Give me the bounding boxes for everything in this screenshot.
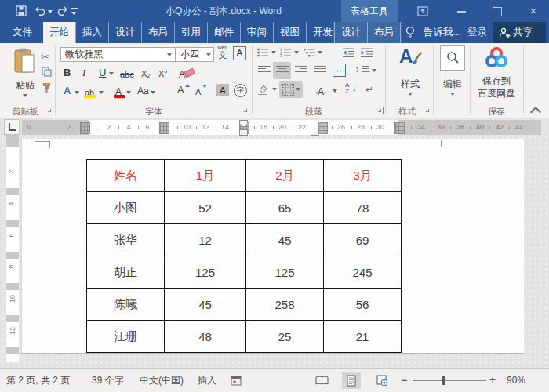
line-spacing-icon[interactable]: ↕ bbox=[354, 64, 359, 74]
table-header-cell[interactable]: 3月 bbox=[324, 160, 402, 192]
hanging-indent-marker[interactable] bbox=[239, 129, 248, 136]
table-cell[interactable]: 陈曦 bbox=[87, 289, 165, 321]
shrink-font-button[interactable]: A bbox=[195, 86, 201, 97]
editing-button[interactable]: 编辑 bbox=[438, 45, 467, 97]
tab-file[interactable]: 文件 bbox=[6, 22, 38, 43]
sign-in-button[interactable]: 登录 bbox=[461, 22, 493, 43]
multilevel-arrow-icon[interactable] bbox=[318, 51, 322, 54]
tab-设计[interactable]: 设计 bbox=[109, 22, 142, 43]
font-color-arrow-icon[interactable] bbox=[126, 91, 131, 94]
tab-开始[interactable]: 开始 bbox=[43, 22, 75, 43]
print-layout-view-button[interactable] bbox=[342, 372, 361, 389]
table-header-cell[interactable]: 姓名 bbox=[87, 160, 165, 192]
character-scaling-arrow-icon[interactable] bbox=[333, 89, 337, 93]
collapse-ribbon-icon[interactable] bbox=[530, 107, 541, 118]
vertical-ruler[interactable]: 24681012 bbox=[6, 135, 19, 362]
zoom-in-button[interactable]: + bbox=[489, 368, 496, 391]
clear-formatting-button[interactable]: A bbox=[179, 67, 185, 81]
minimize-button[interactable] bbox=[457, 11, 466, 13]
tab-插入[interactable]: 插入 bbox=[75, 22, 109, 43]
styles-button[interactable]: A 样式 bbox=[391, 45, 430, 97]
page-indicator[interactable]: 第 2 页, 共 2 页 bbox=[6, 369, 70, 392]
underline-arrow-icon[interactable] bbox=[109, 72, 114, 75]
table-column-marker[interactable] bbox=[80, 122, 90, 134]
change-case-button[interactable]: Aa bbox=[137, 85, 149, 96]
table-cell[interactable]: 56 bbox=[324, 289, 402, 321]
font-size-combobox[interactable]: 小四 bbox=[176, 47, 214, 62]
italic-button[interactable]: I bbox=[82, 67, 85, 78]
table-row-marker[interactable] bbox=[6, 283, 19, 290]
language-indicator[interactable]: 中文(中国) bbox=[140, 369, 184, 392]
distribute-button[interactable]: ↔ bbox=[333, 64, 346, 77]
table-cell[interactable]: 胡正 bbox=[87, 256, 165, 289]
table-row-marker[interactable] bbox=[6, 315, 19, 322]
undo-dropdown-arrow-icon[interactable] bbox=[48, 10, 53, 13]
copy-icon[interactable] bbox=[42, 67, 52, 77]
superscript-button[interactable]: X² bbox=[158, 68, 167, 79]
customize-qat-icon[interactable] bbox=[71, 8, 78, 9]
character-scaling-button[interactable]: ‹A› bbox=[315, 84, 326, 98]
contextual-tab-布局[interactable]: 布局 bbox=[368, 22, 401, 43]
font-name-combobox[interactable]: 微软雅黑 bbox=[60, 47, 176, 62]
bullets-arrow-icon[interactable] bbox=[271, 51, 276, 54]
table-header-cell[interactable]: 2月 bbox=[246, 160, 324, 192]
table-cell[interactable]: 江珊 bbox=[87, 321, 165, 353]
zoom-level[interactable]: 90% bbox=[507, 369, 525, 392]
table-cell[interactable]: 小图 bbox=[87, 192, 165, 224]
table-cell[interactable]: 125 bbox=[165, 256, 246, 289]
read-mode-view-icon[interactable] bbox=[315, 376, 329, 386]
zoom-slider-handle[interactable] bbox=[442, 376, 445, 385]
table-cell[interactable]: 78 bbox=[324, 192, 402, 224]
table-cell[interactable]: 69 bbox=[324, 224, 402, 256]
tab-引用[interactable]: 引用 bbox=[175, 22, 208, 43]
table-cell[interactable]: 48 bbox=[165, 321, 246, 353]
font-color-button[interactable]: A bbox=[115, 84, 122, 98]
table-column-marker[interactable] bbox=[394, 122, 405, 134]
zoom-out-button[interactable]: − bbox=[401, 368, 408, 391]
table-row-marker[interactable] bbox=[6, 347, 19, 354]
tab-视图[interactable]: 视图 bbox=[274, 22, 307, 43]
numbering-arrow-icon[interactable] bbox=[294, 51, 299, 54]
save-icon[interactable] bbox=[16, 5, 27, 16]
table-row-marker[interactable] bbox=[6, 252, 19, 259]
insert-mode-indicator[interactable]: 插入 bbox=[198, 369, 216, 392]
cut-icon[interactable]: ✂ bbox=[41, 51, 49, 63]
paste-button[interactable]: 粘贴 bbox=[9, 47, 41, 108]
close-button[interactable]: × bbox=[525, 0, 541, 22]
align-center-button[interactable] bbox=[273, 62, 291, 79]
table-column-marker[interactable] bbox=[159, 122, 169, 134]
borders-button[interactable] bbox=[279, 81, 303, 98]
zoom-slider-track[interactable] bbox=[413, 380, 486, 381]
table-cell[interactable]: 65 bbox=[246, 192, 324, 224]
tab-邮件[interactable]: 邮件 bbox=[208, 22, 241, 43]
text-effects-arrow-icon[interactable] bbox=[75, 91, 79, 94]
character-shading-button[interactable]: A bbox=[216, 84, 229, 96]
font-dialog-launcher[interactable] bbox=[242, 107, 249, 114]
table-header-cell[interactable]: 1月 bbox=[165, 160, 246, 192]
table-column-marker[interactable] bbox=[318, 122, 328, 134]
phonetic-guide-button[interactable]: wén 文 bbox=[215, 45, 231, 60]
table-row-marker[interactable] bbox=[6, 220, 19, 227]
bold-button[interactable]: B bbox=[64, 67, 71, 78]
tell-me-box[interactable]: 告诉我... bbox=[417, 22, 467, 43]
table-cell[interactable]: 45 bbox=[165, 289, 246, 321]
highlight-arrow-icon[interactable] bbox=[99, 91, 104, 94]
table-cell[interactable]: 25 bbox=[246, 321, 324, 353]
tab-stop-selector[interactable] bbox=[4, 119, 20, 135]
increase-indent-icon[interactable] bbox=[360, 48, 373, 57]
line-spacing-arrow-icon[interactable] bbox=[372, 69, 376, 72]
macro-record-icon[interactable] bbox=[231, 376, 242, 386]
clipboard-dialog-launcher[interactable] bbox=[46, 107, 53, 114]
enclose-characters-button[interactable]: 字 bbox=[234, 84, 247, 97]
horizontal-ruler[interactable]: 62246101214182022262830343638404244 bbox=[22, 120, 541, 135]
align-right-button[interactable] bbox=[295, 66, 307, 74]
table-row-marker[interactable] bbox=[6, 188, 19, 195]
redo-icon[interactable] bbox=[57, 6, 68, 16]
text-effects-button[interactable]: A bbox=[64, 85, 71, 96]
paragraph-dialog-launcher[interactable] bbox=[376, 107, 384, 114]
table-cell[interactable]: 258 bbox=[246, 289, 324, 321]
subscript-button[interactable]: X₂ bbox=[141, 68, 151, 79]
save-to-baidu-button[interactable]: 保存到 百度网盘 bbox=[474, 45, 519, 107]
show-hide-marks-icon[interactable]: ↵ bbox=[365, 84, 373, 95]
justify-button[interactable] bbox=[314, 66, 326, 74]
